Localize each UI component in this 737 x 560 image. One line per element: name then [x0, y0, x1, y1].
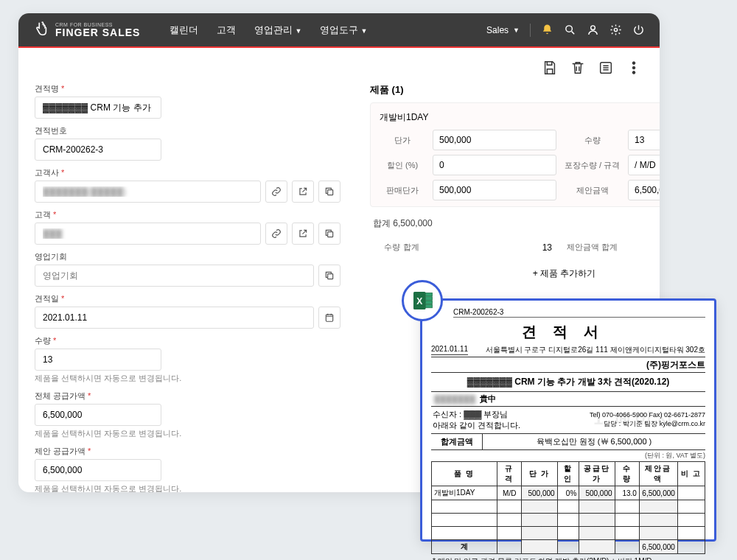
power-icon[interactable]	[632, 24, 645, 36]
th-amount: 제안금액	[639, 462, 677, 486]
product-card: 개발비1DAY 단가 수량 할인 (%) 포장수량 / 규격 판매단가 제안금액	[370, 102, 660, 207]
quote-doc-title: 견적서	[431, 322, 705, 342]
save-button[interactable]	[540, 58, 559, 77]
form-left: 견적명 견적번호 고객사 고객	[35, 83, 340, 492]
nav-sales-tools[interactable]: 영업도구▼	[320, 24, 367, 37]
th-note: 비 고	[677, 462, 705, 486]
gear-icon[interactable]	[609, 24, 622, 36]
quote-contact-tel: Tel) 070-4066-5900 Fax) 02-6671-2877	[554, 411, 705, 420]
svg-rect-15	[426, 293, 433, 297]
prod-qty-label: 수량	[561, 130, 624, 150]
user-icon[interactable]	[587, 24, 599, 36]
excel-badge-icon: X	[402, 280, 443, 321]
contact-label: 고객	[35, 209, 340, 220]
quote-table: 품 명 규 격 단 가 할인 공급단가 수 량 제안금액 비 고 개발비1DAY…	[431, 461, 705, 554]
quote-number-label: 견적번호	[35, 125, 340, 136]
open-icon[interactable]	[292, 223, 314, 245]
quote-preview: X CRM-200262-3 견적서 2021.01.11 서울특별시 구로구 …	[420, 298, 716, 542]
more-button[interactable]	[624, 58, 643, 77]
pointer-icon	[33, 21, 49, 39]
account-input[interactable]	[35, 181, 261, 203]
quote-date-input[interactable]	[35, 307, 314, 329]
search-icon[interactable]	[564, 24, 576, 36]
main-nav: 캘린더 고객 영업관리▼ 영업도구▼	[170, 24, 367, 37]
quote-unit-note: (단위 : 원, VAT 별도)	[431, 450, 705, 461]
qty-total-label: 수량 합계	[376, 237, 427, 257]
svg-point-3	[591, 26, 595, 30]
copy-icon[interactable]	[318, 181, 340, 203]
qty-label: 수량	[35, 335, 340, 346]
pack-label: 포장수량 / 규격	[561, 155, 624, 175]
quote-name-label: 견적명	[35, 83, 340, 94]
link-icon[interactable]	[265, 223, 287, 245]
opportunity-input[interactable]	[35, 265, 314, 287]
sellprice-input[interactable]	[433, 180, 556, 200]
quote-number-input[interactable]	[35, 139, 161, 161]
svg-point-6	[632, 62, 635, 65]
quote-greeting: 아래와 같이 견적합니다.	[433, 420, 553, 431]
opportunity-label: 영업기회	[35, 251, 340, 262]
svg-rect-9	[328, 190, 333, 195]
quote-doc-address: 서울특별시 구로구 디지털로26길 111 제이앤케이디지털타워 302호	[486, 345, 705, 355]
chevron-down-icon: ▼	[513, 27, 520, 34]
svg-rect-11	[328, 274, 333, 279]
quote-amount-label: 합계금액	[431, 434, 483, 449]
pack-input[interactable]	[628, 155, 660, 175]
sellprice-label: 판매단가	[377, 181, 428, 200]
open-icon[interactable]	[292, 181, 314, 203]
delete-button[interactable]	[568, 58, 587, 77]
chevron-down-icon: ▼	[295, 27, 301, 35]
logo-title: FINGER SALES	[55, 27, 140, 38]
quote-contact-person: 담당 : 박기준 팀장 kyle@crm.co.kr	[554, 420, 705, 429]
propose-amount-input[interactable]	[35, 459, 161, 481]
quote-name-input[interactable]	[35, 97, 161, 119]
unitprice-label: 단가	[377, 130, 428, 150]
contact-input[interactable]	[35, 223, 261, 245]
prod-qty-input[interactable]	[628, 130, 660, 150]
sales-dropdown[interactable]: Sales ▼	[482, 25, 520, 35]
qty-input[interactable]	[35, 349, 161, 371]
unitprice-input[interactable]	[433, 130, 556, 150]
list-button[interactable]	[596, 58, 615, 77]
amount-input[interactable]	[628, 180, 660, 200]
link-icon[interactable]	[265, 181, 287, 203]
table-total-row: 계 6,500,000	[432, 540, 705, 554]
quote-footnote: * 매입 및 입금 관련 목록 리포트 화면 개발 추가(2M/D) + 버퍼 …	[431, 554, 705, 560]
svg-rect-17	[426, 301, 433, 304]
svg-rect-12	[326, 315, 332, 321]
copy-icon[interactable]	[318, 223, 340, 245]
copy-icon[interactable]	[318, 265, 340, 287]
quote-attn: ▓▓▓▓▓▓▓ 貴中	[434, 393, 496, 405]
product-sum: 합계 6,500,000	[370, 213, 660, 234]
supply-hint: 제품을 선택하시면 자동으로 변경됩니다.	[35, 428, 340, 439]
nav-customer[interactable]: 고객	[217, 24, 236, 37]
svg-rect-16	[426, 297, 433, 301]
nav-calendar[interactable]: 캘린더	[170, 24, 198, 37]
th-spec: 규 격	[497, 462, 522, 486]
discount-input[interactable]	[433, 155, 556, 175]
svg-text:X: X	[416, 296, 422, 307]
th-name: 품 명	[432, 462, 497, 486]
propose-hint: 제품을 선택하시면 자동으로 변경됩니다.	[35, 483, 340, 492]
logo: CRM FOR BUSINESS FINGER SALES	[33, 21, 140, 39]
page-toolbar	[18, 48, 660, 83]
quote-date-label: 견적일	[35, 293, 340, 304]
amount-label: 제안금액	[561, 181, 624, 200]
qty-total-value: 13	[432, 242, 556, 253]
topbar: CRM FOR BUSINESS FINGER SALES 캘린더 고객 영업관…	[18, 13, 660, 46]
nav-sales-mgmt[interactable]: 영업관리▼	[254, 24, 301, 37]
account-label: 고객사	[35, 167, 340, 178]
chevron-down-icon: ▼	[360, 27, 367, 35]
th-supply: 공급단가	[579, 462, 615, 486]
product-section-title: 제품 (1)	[370, 83, 404, 97]
supply-amount-input[interactable]	[35, 404, 161, 426]
product-name: 개발비1DAY	[380, 111, 428, 124]
table-row	[432, 527, 705, 540]
qty-hint: 제품을 선택하시면 자동으로 변경됩니다.	[35, 373, 340, 384]
table-row	[432, 500, 705, 514]
table-row: 개발비1DAY M/D 500,000 0% 500,000 13.0 6,50…	[432, 486, 705, 500]
svg-rect-18	[426, 304, 433, 308]
svg-point-4	[614, 28, 617, 31]
calendar-icon[interactable]	[318, 307, 340, 329]
bell-icon[interactable]	[541, 24, 553, 36]
